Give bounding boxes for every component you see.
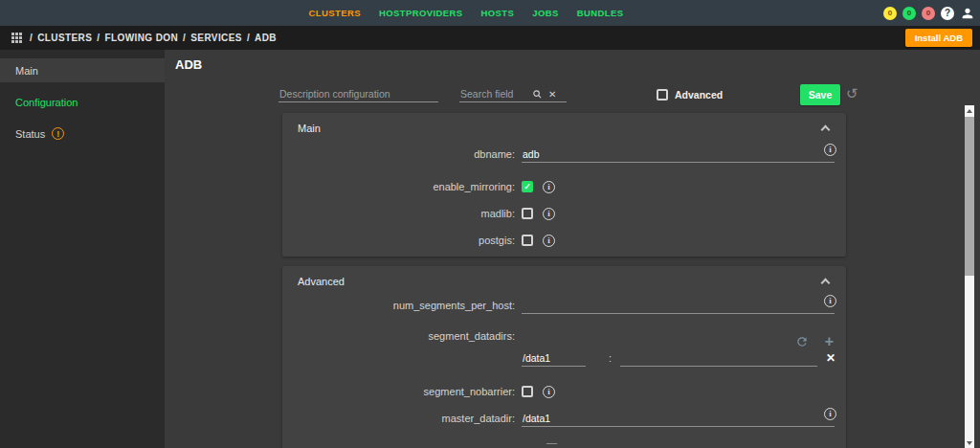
field-num-segments-per-host: num_segments_per_host: i xyxy=(282,295,846,316)
search-icon xyxy=(532,89,543,100)
field-segment-nobarrier: segment_nobarrier: ✓ i xyxy=(282,381,846,402)
config-group-advanced: Advanced num_segments_per_host: i segmen… xyxy=(282,266,846,448)
nav-jobs[interactable]: JOBS xyxy=(532,8,558,18)
next-row-marker: — xyxy=(546,437,557,448)
info-icon[interactable]: i xyxy=(824,144,836,156)
search-field: ✕ xyxy=(459,86,567,102)
sidebar-item-label: Status xyxy=(15,128,45,140)
status-warning-icon: ! xyxy=(52,127,64,140)
segment-nobarrier-checkbox[interactable]: ✓ xyxy=(522,386,533,397)
group-title: Advanced xyxy=(298,276,345,287)
jobs-failed-badge[interactable]: 0 xyxy=(922,7,935,20)
breadcrumb-separator: / xyxy=(183,33,186,43)
segment-datadirs-entry: : ✕ xyxy=(282,347,846,369)
scroll-down-icon[interactable] xyxy=(965,437,974,448)
field-dbname: dbname: i xyxy=(282,144,846,165)
info-icon[interactable]: i xyxy=(543,181,555,193)
advanced-checkbox[interactable]: ✓ xyxy=(657,89,668,101)
save-button[interactable]: Save xyxy=(800,84,840,105)
nav-bundles[interactable]: BUNDLES xyxy=(577,8,624,18)
search-input[interactable] xyxy=(459,86,532,101)
jobs-running-badge[interactable]: 0 xyxy=(883,7,897,20)
breadcrumb: / CLUSTERS / FLOWING DON / SERVICES / AD… xyxy=(30,33,277,43)
info-icon[interactable]: i xyxy=(543,235,555,247)
field-label: num_segments_per_host: xyxy=(282,300,515,311)
nav-hosts[interactable]: HOSTS xyxy=(481,8,515,18)
field-madlib: madlib: ✓ i xyxy=(282,203,846,224)
field-segment-datadirs: segment_datadirs: + xyxy=(282,325,846,347)
collapse-chevron-icon[interactable] xyxy=(821,125,831,135)
field-label: segment_datadirs: xyxy=(282,330,515,342)
config-group-main: Main dbname: i enable_mirroring: ✓ i mad… xyxy=(282,113,846,257)
breadcrumb-separator: / xyxy=(30,33,33,43)
main-menu: CLUSTERS HOSTPROVIDERS HOSTS JOBS BUNDLE… xyxy=(309,0,624,26)
madlib-checkbox[interactable]: ✓ xyxy=(522,208,533,219)
breadcrumb-cluster-name[interactable]: FLOWING DON xyxy=(104,33,178,43)
sidebar-item-label: Main xyxy=(15,65,38,77)
scroll-up-icon[interactable] xyxy=(965,105,974,116)
field-label: dbname: xyxy=(282,148,515,160)
field-label: postgis: xyxy=(282,235,515,246)
scrollbar-thumb[interactable] xyxy=(965,117,974,276)
apps-grid-icon[interactable] xyxy=(11,33,22,43)
clear-search-icon[interactable]: ✕ xyxy=(548,89,556,100)
description-configuration-input[interactable] xyxy=(278,86,438,102)
nav-hostproviders[interactable]: HOSTPROVIDERS xyxy=(379,8,463,18)
master-datadir-input[interactable] xyxy=(522,411,835,427)
sidebar-item-configuration[interactable]: Configuration xyxy=(0,90,165,114)
enable-mirroring-checkbox[interactable]: ✓ xyxy=(522,181,533,192)
breadcrumb-services[interactable]: SERVICES xyxy=(190,33,242,43)
datadir-value-input[interactable] xyxy=(620,350,817,367)
breadcrumb-service-adb[interactable]: ADB xyxy=(255,33,277,43)
help-icon[interactable]: ? xyxy=(941,7,954,20)
field-master-datadir: master_datadir: i xyxy=(282,408,846,429)
adcm-app-window: CLUSTERS HOSTPROVIDERS HOSTS JOBS BUNDLE… xyxy=(0,0,980,448)
sidebar-item-label: Configuration xyxy=(15,97,78,108)
field-label: madlib: xyxy=(282,208,515,219)
field-label: enable_mirroring: xyxy=(282,181,515,192)
service-sidebar: Main Configuration Status ! xyxy=(0,50,165,448)
breadcrumb-bar: / CLUSTERS / FLOWING DON / SERVICES / AD… xyxy=(0,26,980,50)
breadcrumb-separator: / xyxy=(97,33,100,43)
info-icon[interactable]: i xyxy=(543,208,555,220)
dbname-input[interactable] xyxy=(522,146,835,163)
breadcrumb-separator: / xyxy=(247,33,250,43)
topnav-right-icons: 0 0 0 ? xyxy=(883,0,975,26)
breadcrumb-clusters[interactable]: CLUSTERS xyxy=(37,33,92,43)
sidebar-item-main[interactable]: Main xyxy=(0,58,165,82)
vertical-scrollbar[interactable] xyxy=(965,105,974,448)
account-icon[interactable] xyxy=(960,6,975,21)
field-postgis: postgis: ✓ i xyxy=(282,230,846,251)
add-entry-icon[interactable]: + xyxy=(825,335,834,348)
install-adb-button[interactable]: Install ADB xyxy=(905,29,972,47)
info-icon[interactable]: i xyxy=(824,295,836,307)
field-label: master_datadir: xyxy=(282,413,515,424)
group-title: Main xyxy=(298,123,321,134)
datadir-key-input[interactable] xyxy=(522,350,586,367)
key-value-colon: : xyxy=(609,352,612,364)
page-title: ADB xyxy=(175,57,202,72)
remove-entry-icon[interactable]: ✕ xyxy=(826,352,835,364)
advanced-toggle[interactable]: ✓ Advanced xyxy=(657,89,723,101)
nav-clusters[interactable]: CLUSTERS xyxy=(309,8,361,18)
num-segments-per-host-input[interactable] xyxy=(522,298,835,314)
configuration-panel: ADB ✕ ✓ Advanced Save ↺ Main dbname: i xyxy=(165,50,980,448)
info-icon[interactable]: i xyxy=(543,386,555,398)
field-label: segment_nobarrier: xyxy=(282,386,515,397)
field-enable-mirroring: enable_mirroring: ✓ i xyxy=(282,176,846,197)
jobs-success-badge[interactable]: 0 xyxy=(902,7,916,20)
collapse-chevron-icon[interactable] xyxy=(821,279,831,288)
postgis-checkbox[interactable]: ✓ xyxy=(522,235,533,246)
advanced-label: Advanced xyxy=(675,89,723,101)
sidebar-item-status[interactable]: Status ! xyxy=(0,122,165,146)
top-navigation-bar: CLUSTERS HOSTPROVIDERS HOSTS JOBS BUNDLE… xyxy=(0,0,980,26)
info-icon[interactable]: i xyxy=(824,408,836,420)
history-icon[interactable]: ↺ xyxy=(846,86,858,101)
